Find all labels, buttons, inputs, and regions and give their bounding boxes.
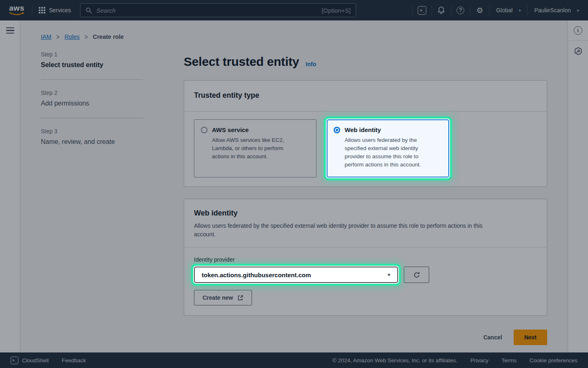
- wizard-steps-nav: Step 1 Select trusted entity Step 2 Add …: [41, 51, 143, 146]
- create-new-label: Create new: [203, 294, 233, 301]
- step-divider: [41, 79, 143, 80]
- services-label: Services: [49, 7, 71, 13]
- external-link-icon: [237, 295, 243, 301]
- account-name: PaulieScanlon: [534, 7, 571, 13]
- footer-bar: >_ CloudShell Feedback © 2024, Amazon We…: [0, 352, 588, 368]
- step-item-1: Step 1 Select trusted entity: [41, 51, 143, 69]
- info-link[interactable]: Info: [306, 61, 316, 67]
- cloudshell-terminal-icon: >_: [11, 357, 18, 364]
- identity-provider-row: token.actions.githubusercontent.com ▼: [194, 267, 537, 283]
- footer-link-cookie-preferences[interactable]: Cookie preferences: [530, 357, 577, 364]
- help-icon: ?: [457, 7, 464, 14]
- card-body: AWS service Allow AWS services like EC2,…: [184, 112, 547, 186]
- identity-provider-label: Identity provider: [194, 256, 537, 263]
- next-button[interactable]: Next: [514, 330, 547, 345]
- trusted-entity-type-card: Trusted entity type AWS service Allow AW…: [184, 80, 547, 187]
- card-header: Trusted entity type: [184, 81, 547, 112]
- entity-option-web-identity[interactable]: Web identity Allows users federated by t…: [327, 119, 449, 177]
- cloudshell-terminal-icon: >_: [418, 6, 426, 15]
- entity-option-aws-service[interactable]: AWS service Allow AWS services like EC2,…: [194, 119, 316, 177]
- bell-icon: [437, 6, 445, 14]
- radio-unselected-icon[interactable]: [201, 127, 207, 133]
- copyright-text: © 2024, Amazon Web Services, Inc. or its…: [332, 357, 457, 364]
- identity-provider-select[interactable]: token.actions.githubusercontent.com ▼: [194, 267, 398, 283]
- create-new-button[interactable]: Create new: [194, 290, 252, 305]
- cloudshell-button[interactable]: >_: [413, 0, 432, 20]
- search-shortcut-hint: [Option+S]: [321, 7, 350, 14]
- desc-line: Allow AWS services like EC2,: [212, 136, 284, 144]
- card-title: Trusted entity type: [194, 91, 537, 100]
- tile-description: Allows users federated by the specified …: [345, 136, 421, 169]
- desc-line: Lambda, or others to perform: [212, 144, 284, 153]
- breadcrumb-link-iam[interactable]: IAM: [41, 34, 51, 40]
- wizard-actions: Cancel Next: [184, 330, 547, 345]
- footer-right-group: © 2024, Amazon Web Services, Inc. or its…: [332, 357, 577, 364]
- aws-logo[interactable]: aws: [7, 4, 26, 16]
- desc-line: provider to assume this role to: [345, 153, 421, 161]
- tile-description: Allow AWS services like EC2, Lambda, or …: [212, 136, 284, 161]
- tile-title: AWS service: [212, 126, 284, 133]
- page-title-row: Select trusted entity Info: [184, 54, 316, 70]
- help-button[interactable]: ?: [451, 0, 470, 20]
- breadcrumb-chevron-icon: >: [85, 33, 88, 40]
- topnav-right-group: >_ ? ⚙ Global ▾ PaulieScanlon ▾: [412, 0, 588, 20]
- step-label: Step 1: [41, 51, 143, 58]
- tile-content: Web identity Allows users federated by t…: [345, 126, 421, 171]
- feedback-label: Feedback: [62, 357, 86, 364]
- cancel-button[interactable]: Cancel: [483, 334, 502, 341]
- step-title: Add permissions: [41, 100, 143, 107]
- footer-feedback[interactable]: Feedback: [62, 357, 86, 364]
- radio-selected-icon[interactable]: [334, 127, 340, 133]
- top-navigation-bar: aws Services [Option+S] >_: [0, 0, 588, 20]
- gear-icon: ⚙: [476, 7, 483, 14]
- desc-line: actions in this account.: [212, 153, 284, 161]
- desc-line: Allows users federated by the specified …: [194, 222, 529, 230]
- account-menu[interactable]: PaulieScanlon ▾: [528, 0, 586, 20]
- tile-title: Web identity: [345, 126, 421, 133]
- chevron-down-icon: ▾: [577, 8, 579, 13]
- hamburger-menu-icon[interactable]: [6, 27, 14, 34]
- refresh-icon: [413, 272, 420, 278]
- search-input[interactable]: [96, 7, 318, 14]
- search-icon: [85, 7, 92, 14]
- step-title: Name, review, and create: [41, 138, 143, 146]
- refresh-button[interactable]: [404, 267, 429, 283]
- desc-line: Allows users federated by the: [345, 136, 421, 144]
- card-header: Web identity Allows users federated by t…: [184, 199, 547, 247]
- card-body: Identity provider token.actions.githubus…: [184, 247, 547, 315]
- card-description: Allows users federated by the specified …: [194, 222, 529, 239]
- card-title: Web identity: [194, 209, 537, 218]
- desc-line: account.: [194, 230, 529, 239]
- cloudshell-label: CloudShell: [22, 357, 49, 364]
- hexagon-resource-icon: [574, 47, 583, 56]
- global-search-box[interactable]: [Option+S]: [80, 3, 356, 17]
- desc-line: specified external web identity: [345, 144, 421, 153]
- page-title: Select trusted entity: [184, 54, 299, 70]
- web-identity-card: Web identity Allows users federated by t…: [184, 199, 547, 316]
- services-menu[interactable]: Services: [32, 0, 78, 20]
- info-icon: i: [574, 26, 582, 35]
- resources-panel-toggle[interactable]: [568, 41, 588, 61]
- step-label: Step 3: [41, 128, 143, 135]
- step-item-3: Step 3 Name, review, and create: [41, 128, 143, 146]
- right-panel-strip: i: [568, 20, 588, 352]
- chevron-down-icon: ▾: [519, 8, 521, 13]
- breadcrumb: IAM > Roles > Create role: [41, 34, 124, 40]
- desc-line: perform actions in this account.: [345, 161, 421, 169]
- region-selector[interactable]: Global ▾: [490, 0, 528, 20]
- step-title-active: Select trusted entity: [41, 61, 143, 69]
- region-label: Global: [496, 7, 512, 13]
- breadcrumb-chevron-icon: >: [56, 33, 60, 40]
- step-divider: [41, 118, 143, 118]
- info-panel-toggle[interactable]: i: [568, 20, 588, 41]
- aws-logo-text: aws: [9, 4, 24, 12]
- aws-smile-icon: [9, 12, 25, 16]
- settings-button[interactable]: ⚙: [470, 0, 489, 20]
- caret-down-icon: ▼: [387, 272, 391, 277]
- footer-link-privacy[interactable]: Privacy: [470, 357, 488, 364]
- breadcrumb-link-roles[interactable]: Roles: [65, 34, 80, 40]
- left-panel-strip: [0, 20, 20, 352]
- footer-link-terms[interactable]: Terms: [501, 357, 517, 364]
- notifications-button[interactable]: [432, 0, 451, 20]
- footer-cloudshell[interactable]: >_ CloudShell: [11, 357, 49, 364]
